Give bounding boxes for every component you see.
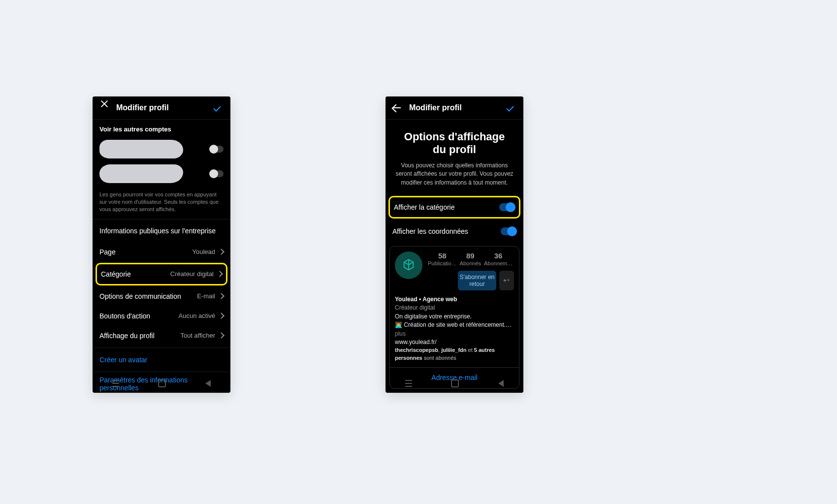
toggle-show-category[interactable]: Afficher la catégorie: [388, 196, 520, 219]
android-navbar: [386, 374, 523, 393]
redacted-account: [99, 164, 183, 183]
cube-icon: [402, 258, 416, 272]
row-value: Youlead: [192, 248, 215, 255]
page-title: Options d'affichage du profil: [386, 120, 523, 161]
nav-recent-icon[interactable]: [405, 380, 412, 387]
row-label: Page: [99, 248, 116, 256]
close-icon[interactable]: [99, 103, 109, 113]
row-label: Boutons d'action: [99, 312, 150, 320]
separator: [93, 372, 230, 372]
separator: [93, 347, 230, 348]
back-arrow-icon[interactable]: [392, 103, 402, 113]
row-value: Aucun activé: [179, 312, 215, 319]
nav-back-icon[interactable]: [498, 380, 504, 387]
chevron-right-icon: [217, 271, 223, 277]
other-account-row: [93, 137, 230, 161]
phone-edit-profile: Modifier profil Voir les autres comptes …: [93, 96, 230, 393]
page-description: Vous pouvez choisir quelles informations…: [386, 161, 523, 196]
stat-followers[interactable]: 89 Abonnés: [460, 252, 481, 267]
avatar: [395, 252, 422, 279]
row-communication-options[interactable]: Options de communication E-mail: [93, 286, 230, 306]
toggle-label: Afficher les coordonnées: [392, 227, 468, 235]
row-value: E-mail: [197, 292, 215, 300]
chevron-right-icon: [218, 332, 225, 339]
toggle-show-contact[interactable]: Afficher les coordonnées: [386, 221, 523, 241]
header-title: Modifier profil: [409, 103, 507, 112]
profile-category: Créateur digital: [395, 304, 514, 312]
redacted-account: [99, 140, 183, 158]
row-label: Options de communication: [99, 292, 181, 300]
nav-recent-icon[interactable]: [112, 380, 119, 387]
row-value: Créateur digital: [170, 270, 214, 278]
header: Modifier profil: [93, 96, 230, 120]
chevron-right-icon: [218, 293, 225, 299]
stat-publications[interactable]: 58 Publicatio…: [428, 252, 457, 267]
row-profile-display[interactable]: Affichage du profil Tout afficher: [93, 326, 230, 346]
nav-home-icon[interactable]: [158, 379, 166, 387]
switch-on-icon[interactable]: [499, 203, 515, 211]
stat-following[interactable]: 36 Abonnem…: [484, 252, 513, 267]
profile-stats: 58 Publicatio… 89 Abonnés 36 Abonnem…: [426, 252, 514, 267]
account-toggle[interactable]: [210, 146, 224, 153]
switch-on-icon[interactable]: [501, 227, 516, 235]
header-title: Modifier profil: [116, 103, 214, 112]
profile-bio: Youlead • Agence web Créateur digital On…: [395, 295, 514, 362]
row-category[interactable]: Catégorie Créateur digital: [96, 263, 227, 285]
row-action-buttons[interactable]: Boutons d'action Aucun activé: [93, 306, 230, 326]
add-user-icon[interactable]: +༚: [499, 271, 514, 290]
account-toggle[interactable]: [210, 170, 224, 177]
row-page[interactable]: Page Youlead: [93, 242, 230, 262]
bio-line: 👨‍💻 Création de site web et référencemen…: [395, 321, 514, 338]
nav-back-icon[interactable]: [205, 380, 211, 387]
profile-url[interactable]: www.youlead.fr/: [395, 338, 514, 346]
bio-line: On digitalise votre entreprise.: [395, 313, 514, 321]
row-label: Affichage du profil: [99, 332, 155, 340]
phone-profile-display-options: Modifier profil Options d'affichage du p…: [386, 96, 523, 393]
confirm-check-icon[interactable]: [507, 103, 516, 113]
mutual-followers: thechriscopepsb, juliiie_fdn et 5 autres…: [395, 346, 514, 362]
see-other-accounts-label: Voir les autres comptes: [93, 120, 230, 137]
header: Modifier profil: [386, 96, 523, 120]
confirm-check-icon[interactable]: [214, 103, 224, 113]
follow-back-button[interactable]: S'abonner en retour: [458, 271, 496, 290]
toggle-label: Afficher la catégorie: [394, 203, 454, 211]
profile-preview-card: 58 Publicatio… 89 Abonnés 36 Abonnem… S'…: [389, 246, 519, 389]
profile-name: Youlead • Agence web: [395, 295, 514, 304]
helper-text: Les gens pourront voir vos comptes en ap…: [93, 186, 230, 220]
chevron-right-icon: [218, 313, 225, 319]
chevron-right-icon: [218, 249, 225, 255]
android-navbar: [93, 374, 230, 393]
other-account-row: [93, 161, 230, 186]
row-label: Catégorie: [101, 270, 131, 278]
nav-home-icon[interactable]: [451, 379, 459, 387]
create-avatar-link[interactable]: Créer un avatar: [93, 350, 230, 370]
row-value: Tout afficher: [180, 332, 215, 339]
public-business-info-label: Informations publiques sur l'entreprise: [93, 220, 230, 242]
